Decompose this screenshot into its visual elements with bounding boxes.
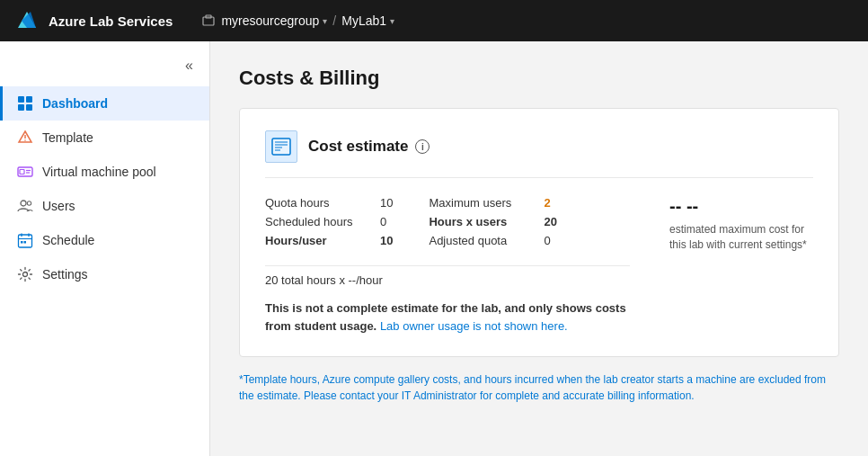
- sidebar-item-users[interactable]: Users: [0, 189, 209, 223]
- svg-rect-4: [18, 104, 24, 111]
- hours-x-users-value: 20: [544, 215, 556, 228]
- quota-hours-value: 10: [380, 196, 393, 210]
- page-title: Costs & Billing: [239, 67, 839, 90]
- schedule-icon: [17, 232, 33, 248]
- hours-per-user-label: Hours/user: [265, 234, 373, 247]
- resource-group-chevron: ▾: [323, 16, 327, 26]
- max-users-label: Maximum users: [429, 196, 536, 210]
- card-right-section: -- -- estimated maximum cost for this la…: [669, 196, 813, 253]
- users-icon: [17, 198, 33, 214]
- footer-note: *Template hours, Azure compute gallery c…: [239, 371, 839, 404]
- azure-logo-icon: [14, 8, 40, 33]
- breadcrumb-lab[interactable]: MyLab1 ▾: [341, 13, 394, 28]
- sidebar-item-users-label: Users: [42, 199, 75, 213]
- info-icon[interactable]: i: [415, 139, 430, 154]
- lab-chevron: ▾: [390, 16, 394, 26]
- quota-hours-label: Quota hours: [265, 196, 373, 210]
- settings-icon: [17, 266, 33, 282]
- sidebar-item-template-label: Template: [42, 130, 93, 145]
- sidebar-collapse-section: «: [0, 49, 209, 86]
- breadcrumb-resource-group[interactable]: myresourcegroup ▾: [221, 13, 327, 28]
- sidebar-item-schedule-label: Schedule: [42, 233, 94, 247]
- data-grid: Quota hours 10 Scheduled hours 0 Hours/u…: [265, 196, 630, 247]
- hours-per-user-row: Hours/user 10: [265, 234, 393, 247]
- cost-estimate-card: Cost estimate i Quota hours 10: [239, 108, 839, 357]
- dashboard-icon: [17, 95, 33, 112]
- card-header-title: Cost estimate i: [308, 138, 430, 156]
- svg-point-8: [24, 139, 26, 141]
- svg-point-14: [27, 201, 31, 205]
- breadcrumb-separator: /: [332, 13, 336, 28]
- notice-link-text: Lab owner usage is not shown here.: [380, 319, 568, 333]
- hours-x-users-row: Hours x users 20: [429, 215, 556, 228]
- sidebar-item-dashboard[interactable]: Dashboard: [0, 86, 209, 121]
- svg-rect-3: [26, 96, 32, 103]
- notice-text: This is not a complete estimate for the …: [265, 300, 630, 335]
- estimated-text: estimated maximum cost for this lab with…: [669, 222, 813, 253]
- sidebar-item-template[interactable]: Template: [0, 121, 209, 155]
- top-navigation: Azure Lab Services myresourcegroup ▾ / M…: [0, 0, 868, 41]
- max-users-value: 2: [544, 196, 550, 210]
- sidebar-nav: Dashboard Template: [0, 86, 209, 291]
- total-hours: 20 total hours x --/hour: [265, 265, 630, 287]
- hours-x-users-label: Hours x users: [429, 215, 536, 228]
- cost-estimate-icon: [265, 130, 297, 163]
- card-body: Quota hours 10 Scheduled hours 0 Hours/u…: [265, 196, 813, 335]
- scheduled-hours-value: 0: [380, 215, 386, 228]
- scheduled-hours-label: Scheduled hours: [265, 215, 373, 228]
- card-header: Cost estimate i: [265, 130, 813, 178]
- app-logo: Azure Lab Services: [14, 8, 173, 33]
- sidebar-collapse-button[interactable]: «: [180, 56, 199, 76]
- hours-per-user-value: 10: [380, 234, 393, 247]
- resource-group-icon: [201, 13, 216, 28]
- data-col-right: Maximum users 2 Hours x users 20 Adjuste…: [429, 196, 556, 247]
- scheduled-hours-row: Scheduled hours 0: [265, 215, 393, 228]
- adjusted-quota-label: Adjusted quota: [429, 234, 536, 247]
- card-left-section: Quota hours 10 Scheduled hours 0 Hours/u…: [265, 196, 630, 335]
- sidebar: « Dashboard: [0, 41, 210, 456]
- main-content: Costs & Billing Cost estimate i: [210, 41, 868, 456]
- svg-rect-19: [21, 241, 23, 244]
- svg-rect-10: [20, 170, 24, 174]
- adjusted-quota-value: 0: [544, 234, 550, 247]
- svg-rect-2: [18, 96, 24, 103]
- sidebar-item-vm-pool-label: Virtual machine pool: [42, 165, 156, 179]
- template-icon: [17, 130, 33, 146]
- svg-rect-20: [24, 241, 27, 244]
- sidebar-item-settings[interactable]: Settings: [0, 257, 209, 291]
- data-col-left: Quota hours 10 Scheduled hours 0 Hours/u…: [265, 196, 393, 247]
- adjusted-quota-row: Adjusted quota 0: [429, 234, 556, 247]
- sidebar-item-dashboard-label: Dashboard: [42, 96, 108, 111]
- dash-value: -- --: [669, 196, 698, 217]
- svg-rect-22: [272, 139, 290, 155]
- sidebar-item-settings-label: Settings: [42, 267, 88, 282]
- breadcrumb: myresourcegroup ▾ / MyLab1 ▾: [201, 13, 394, 28]
- svg-point-13: [21, 201, 26, 206]
- sidebar-item-vm-pool[interactable]: Virtual machine pool: [0, 155, 209, 189]
- svg-point-21: [23, 273, 28, 277]
- max-users-row: Maximum users 2: [429, 196, 556, 210]
- vm-pool-icon: [17, 164, 33, 180]
- app-title: Azure Lab Services: [49, 13, 173, 29]
- svg-rect-5: [26, 104, 32, 111]
- sidebar-item-schedule[interactable]: Schedule: [0, 223, 209, 257]
- quota-hours-row: Quota hours 10: [265, 196, 393, 210]
